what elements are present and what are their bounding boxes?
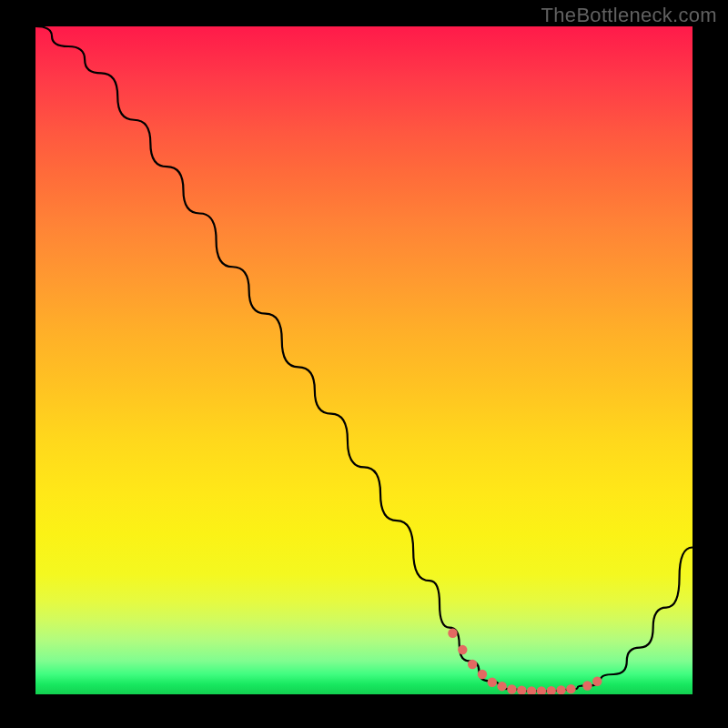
curve-svg — [35, 26, 693, 694]
chart-container: TheBottleneck.com — [0, 0, 728, 728]
plot-area — [35, 26, 693, 694]
highlight-dot — [517, 685, 526, 694]
highlight-dots — [448, 629, 602, 694]
highlight-dot — [527, 686, 536, 694]
highlight-dot — [592, 677, 602, 686]
highlight-dot — [497, 682, 506, 691]
highlight-dot — [478, 670, 487, 679]
highlight-dot — [537, 686, 546, 694]
bottleneck-curve — [35, 26, 693, 691]
highlight-dot — [488, 678, 497, 687]
highlight-dot — [556, 685, 565, 694]
highlight-dot — [448, 629, 457, 638]
highlight-dot — [547, 686, 556, 694]
highlight-dot — [458, 645, 467, 654]
highlight-dot — [507, 684, 516, 693]
highlight-dot — [468, 660, 477, 669]
highlight-dot — [566, 684, 575, 693]
highlight-dot — [582, 681, 592, 690]
watermark-text: TheBottleneck.com — [541, 4, 717, 27]
